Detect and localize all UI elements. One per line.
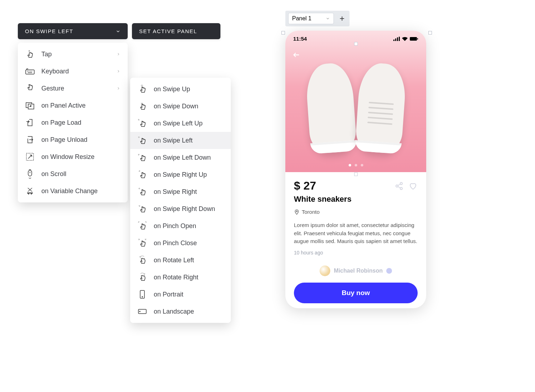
gesture-icon bbox=[137, 204, 147, 214]
seller-name: Michael Robinson bbox=[334, 268, 383, 274]
svg-rect-12 bbox=[393, 40, 394, 41]
gesture-item-label: on Swipe Left Up bbox=[154, 120, 224, 127]
location-pin-icon bbox=[294, 209, 300, 215]
menu-item-label: on Page Load bbox=[41, 119, 121, 127]
gesture-item-on-pinch-open[interactable]: on Pinch Open bbox=[130, 217, 231, 234]
trigger-menu: Tap Keyboard Gesture bbox=[18, 43, 128, 202]
gesture-item-on-landscape[interactable]: on Landscape bbox=[130, 303, 231, 320]
gesture-item-label: on Pinch Close bbox=[154, 239, 224, 247]
svg-rect-13 bbox=[395, 38, 396, 41]
product-price: $ 27 bbox=[294, 179, 316, 192]
variable-change-icon bbox=[25, 186, 35, 196]
svg-point-24 bbox=[296, 211, 297, 212]
status-bar: 11:54 bbox=[285, 31, 426, 44]
menu-item-variable-change[interactable]: on Variable Change bbox=[18, 182, 128, 200]
menu-item-label: Gesture bbox=[41, 85, 110, 92]
menu-item-panel-active[interactable]: on Panel Active bbox=[18, 97, 128, 114]
gesture-item-on-pinch-close[interactable]: on Pinch Close bbox=[130, 234, 231, 252]
panel-selector[interactable]: Panel 1 bbox=[288, 13, 334, 24]
svg-rect-14 bbox=[397, 37, 398, 41]
gesture-item-on-swipe-left-up[interactable]: on Swipe Left Up bbox=[130, 115, 231, 132]
back-arrow-icon[interactable] bbox=[292, 51, 300, 59]
gesture-item-on-swipe-left[interactable]: on Swipe Left bbox=[130, 132, 231, 149]
gesture-item-label: on Rotate Left bbox=[154, 257, 224, 264]
page-unload-icon bbox=[25, 135, 35, 145]
action-button-label: SET ACTIVE PANEL bbox=[139, 28, 197, 34]
posted-time: 10 hours ago bbox=[294, 250, 418, 256]
gesture-item-label: on Swipe Left bbox=[154, 137, 224, 144]
svg-point-0 bbox=[29, 50, 30, 52]
trigger-dropdown-button[interactable]: ON SWIPE LEFT bbox=[18, 23, 128, 39]
gesture-icon bbox=[137, 187, 147, 197]
gesture-item-on-swipe-right-down[interactable]: on Swipe Right Down bbox=[130, 200, 231, 217]
gesture-submenu: on Swipe Upon Swipe Downon Swipe Left Up… bbox=[130, 78, 231, 323]
gesture-item-on-rotate-left[interactable]: on Rotate Left bbox=[130, 252, 231, 269]
svg-rect-1 bbox=[26, 70, 34, 74]
action-button[interactable]: SET ACTIVE PANEL bbox=[132, 23, 220, 39]
gesture-item-on-portrait[interactable]: on Portrait bbox=[130, 286, 231, 303]
gesture-item-on-swipe-down[interactable]: on Swipe Down bbox=[130, 98, 231, 115]
phone-preview: 11:54 bbox=[285, 31, 426, 308]
chevron-right-icon bbox=[116, 86, 121, 91]
product-image-carousel[interactable] bbox=[285, 31, 426, 172]
gesture-item-label: on Swipe Up bbox=[154, 86, 224, 93]
menu-item-page-load[interactable]: on Page Load bbox=[18, 114, 128, 131]
menu-item-tap[interactable]: Tap bbox=[18, 46, 128, 63]
menu-item-label: on Page Unload bbox=[41, 136, 121, 144]
carousel-dot[interactable] bbox=[348, 164, 351, 166]
gesture-item-on-swipe-left-down[interactable]: on Swipe Left Down bbox=[130, 149, 231, 166]
svg-point-9 bbox=[142, 296, 143, 297]
gesture-item-on-swipe-up[interactable]: on Swipe Up bbox=[130, 81, 231, 98]
heart-icon[interactable] bbox=[408, 182, 418, 190]
gesture-item-label: on Portrait bbox=[154, 291, 224, 298]
gesture-item-on-swipe-right-up[interactable]: on Swipe Right Up bbox=[130, 166, 231, 183]
share-icon[interactable] bbox=[395, 182, 403, 190]
product-image bbox=[308, 63, 404, 153]
menu-item-scroll[interactable]: on Scroll bbox=[18, 165, 128, 182]
carousel-dot[interactable] bbox=[355, 164, 357, 166]
gesture-item-label: on Swipe Right Down bbox=[154, 205, 224, 213]
buy-now-label: Buy now bbox=[342, 289, 370, 296]
svg-point-20 bbox=[396, 185, 398, 187]
gesture-icon bbox=[137, 118, 147, 128]
gesture-icon bbox=[137, 221, 147, 231]
gesture-item-on-swipe-right[interactable]: on Swipe Right bbox=[130, 183, 231, 200]
status-icons bbox=[393, 36, 418, 42]
svg-point-19 bbox=[400, 182, 402, 185]
status-time: 11:54 bbox=[293, 36, 307, 42]
scroll-icon bbox=[25, 169, 35, 179]
wifi-icon bbox=[402, 37, 408, 41]
gesture-item-label: on Swipe Right Up bbox=[154, 171, 224, 179]
signal-icon bbox=[393, 37, 400, 41]
buy-now-button[interactable]: Buy now bbox=[294, 283, 418, 303]
chevron-down-icon bbox=[326, 16, 330, 21]
chevron-down-icon bbox=[116, 29, 121, 34]
verified-badge-icon bbox=[386, 268, 392, 274]
menu-item-gesture[interactable]: Gesture bbox=[18, 80, 128, 97]
gesture-icon bbox=[137, 101, 147, 111]
menu-item-label: on Scroll bbox=[41, 170, 121, 178]
gesture-icon bbox=[137, 272, 147, 282]
seller-row[interactable]: Michael Robinson bbox=[294, 265, 418, 276]
carousel-dots[interactable] bbox=[348, 164, 363, 166]
svg-point-11 bbox=[139, 311, 140, 312]
menu-item-page-unload[interactable]: on Page Unload bbox=[18, 131, 128, 148]
gesture-item-on-rotate-right[interactable]: on Rotate Right bbox=[130, 269, 231, 286]
menu-item-label: Tap bbox=[41, 51, 110, 58]
gesture-item-label: on Swipe Down bbox=[154, 103, 224, 110]
gesture-item-label: on Pinch Open bbox=[154, 222, 224, 230]
gesture-icon bbox=[137, 153, 147, 163]
battery-icon bbox=[410, 37, 418, 41]
gesture-icon bbox=[137, 255, 147, 265]
menu-item-keyboard[interactable]: Keyboard bbox=[18, 63, 128, 80]
menu-item-label: Keyboard bbox=[41, 68, 110, 75]
trigger-dropdown-label: ON SWIPE LEFT bbox=[25, 28, 73, 34]
keyboard-icon bbox=[25, 66, 35, 76]
product-location: Toronto bbox=[302, 209, 320, 215]
gesture-icon bbox=[137, 135, 147, 145]
svg-rect-17 bbox=[417, 38, 418, 40]
carousel-dot[interactable] bbox=[361, 164, 363, 166]
add-panel-button[interactable]: + bbox=[337, 14, 347, 24]
menu-item-window-resize[interactable]: on Window Resize bbox=[18, 148, 128, 165]
menu-item-label: on Variable Change bbox=[41, 187, 121, 195]
